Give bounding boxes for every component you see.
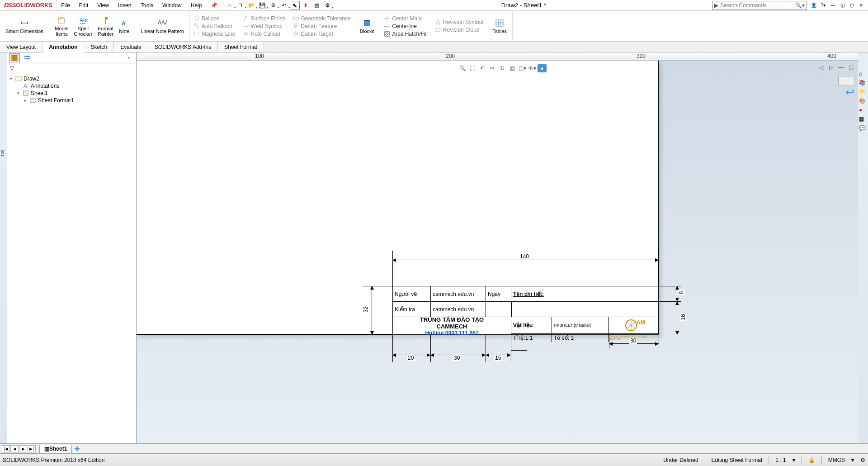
tab-sketch[interactable]: Sketch — [84, 42, 114, 52]
revision-symbol-button[interactable]: Revision Symbol — [433, 19, 485, 26]
select-icon[interactable]: ⬉▾ — [290, 1, 300, 10]
menu-edit[interactable]: Edit — [75, 0, 93, 10]
dim-140[interactable] — [392, 260, 659, 260]
search-input[interactable] — [720, 2, 793, 9]
tab-addins[interactable]: SOLIDWORKS Add-Ins — [148, 42, 218, 52]
add-sheet-icon[interactable]: ✚ — [72, 445, 83, 452]
zoom-area-icon[interactable]: ⛶ — [468, 64, 477, 72]
menu-file[interactable]: File — [57, 0, 74, 10]
pin-icon[interactable]: 📌 — [206, 0, 222, 10]
doc-max-icon[interactable]: ▢ — [846, 63, 855, 71]
tree-filter[interactable]: ▽ — [7, 63, 136, 73]
status-lock-icon[interactable]: 🔒 — [808, 457, 815, 463]
search-icon[interactable]: 🔍▾ — [793, 2, 807, 9]
hole-callout-button[interactable]: Hole Callout — [241, 30, 288, 38]
sheet1-tab[interactable]: ▥ Sheet1 — [39, 445, 72, 453]
prev-view-icon[interactable]: ↶ — [478, 64, 487, 72]
menu-window[interactable]: Window — [158, 0, 186, 10]
blocks-button[interactable]: Blocks — [357, 18, 377, 35]
tab-evaluate[interactable]: Evaluate — [114, 42, 148, 52]
smart-dimension-button[interactable]: Smart Dimension — [3, 18, 46, 35]
minimize-icon[interactable]: — — [829, 1, 837, 10]
tables-button[interactable]: Tables — [490, 18, 509, 35]
taskpane-forum-icon[interactable]: 💬 — [859, 125, 867, 133]
center-mark-button[interactable]: Center Mark — [382, 15, 429, 22]
status-ratio[interactable]: 1 : 1 — [775, 457, 786, 463]
new-icon[interactable]: 🗋▾ — [236, 1, 245, 10]
zoom-fit-icon[interactable]: 🔍 — [458, 64, 467, 72]
sheet-last-icon[interactable]: ▶| — [28, 445, 36, 452]
note-button[interactable]: ANote — [116, 18, 132, 35]
rebuild-icon[interactable]: ⬍ — [301, 1, 311, 10]
tree-sheet1[interactable]: ▾Sheet1 — [8, 90, 135, 97]
section-view-icon[interactable]: ✂ — [488, 64, 497, 72]
taskpane-globe-icon[interactable]: ● — [859, 107, 867, 115]
display-style-icon[interactable]: ▥ — [508, 64, 517, 72]
menu-view[interactable]: View — [93, 0, 113, 10]
tree-root[interactable]: ▾Draw2 — [8, 75, 135, 82]
restore-icon[interactable]: ◱ — [838, 1, 846, 10]
linear-note-pattern-button[interactable]: AAALinear Note Pattern — [138, 18, 186, 35]
menu-insert[interactable]: Insert — [113, 0, 136, 10]
menu-help[interactable]: Help — [186, 0, 207, 10]
dim-8[interactable] — [677, 286, 677, 301]
magnetic-line-button[interactable]: Magnetic Line — [192, 30, 237, 38]
area-hatch-button[interactable]: Area Hatch/Fill — [382, 30, 429, 38]
status-units[interactable]: MMGS — [828, 457, 845, 463]
eye-icon[interactable]: 👁▾ — [528, 64, 537, 72]
taskpane-prop-icon[interactable]: ▦ — [859, 116, 867, 124]
sheet-first-icon[interactable]: |◀ — [2, 445, 10, 452]
surface-finish-button[interactable]: Surface Finish — [241, 15, 288, 22]
doc-next-icon[interactable]: ▷ — [826, 63, 835, 71]
tab-annotation[interactable]: Annotation — [42, 42, 84, 52]
help-icon[interactable]: ?▾ — [819, 1, 827, 10]
status-dd1-icon[interactable]: ▾ — [793, 457, 795, 463]
back-arrow-icon[interactable]: ↩ — [845, 86, 854, 99]
options-icon[interactable]: ▦ — [311, 1, 321, 10]
taskpane-lib-icon[interactable]: 📚 — [859, 80, 867, 88]
balloon-button[interactable]: Balloon — [192, 15, 237, 22]
print-icon[interactable]: 🖶▾ — [268, 1, 278, 10]
tab-view-layout[interactable]: View Layout — [0, 42, 42, 52]
model-items-button[interactable]: Model Items — [52, 15, 71, 38]
menu-tools[interactable]: Tools — [136, 0, 158, 10]
drawing-canvas[interactable]: 🔍 ⛶ ↶ ✂ ↻ ▥ ▢▾ 👁▾ ● ◁ ▷ — ▢ ✕ Người vẽ — [137, 61, 868, 453]
centerline-button[interactable]: Centerline — [382, 23, 429, 30]
doc-min-icon[interactable]: — — [836, 63, 845, 71]
sheet-prev-icon[interactable]: ◀ — [10, 445, 19, 452]
home-icon[interactable]: ⌂▾ — [225, 1, 235, 10]
close-icon[interactable]: ✕ — [857, 1, 865, 10]
open-icon[interactable]: 📂▾ — [246, 1, 256, 10]
view-orientation-icon[interactable] — [838, 76, 854, 86]
format-painter-button[interactable]: Format Painter — [95, 15, 116, 38]
settings-icon[interactable]: ⚙▾ — [322, 1, 332, 10]
user-icon[interactable]: 👤 — [810, 1, 818, 10]
save-icon[interactable]: 💾▾ — [257, 1, 267, 10]
tree-sheet-format[interactable]: ▸Sheet Format1 — [8, 97, 135, 104]
feature-tree-tab-icon[interactable] — [9, 53, 20, 62]
taskpane-home-icon[interactable]: ⌂ — [859, 71, 867, 79]
taskpane-file-icon[interactable]: 📁 — [859, 89, 867, 97]
doc-prev-icon[interactable]: ◁ — [816, 63, 826, 71]
tree-annotations[interactable]: AAnnotations — [8, 82, 135, 90]
revision-cloud-button[interactable]: Revision Cloud — [433, 26, 485, 33]
rotate-icon[interactable]: ↻ — [498, 64, 507, 72]
taskpane-palette-icon[interactable]: 🎨 — [859, 98, 867, 106]
spell-checker-button[interactable]: AbcSpell Checker — [71, 15, 95, 38]
title-block[interactable]: Người vẽ cammech.edu.vn Ngày Tên chi tiế… — [392, 286, 659, 335]
dim-32[interactable] — [372, 286, 372, 335]
weld-symbol-button[interactable]: Weld Symbol — [241, 23, 288, 30]
search-commands[interactable]: ▶ 🔍▾ — [712, 1, 807, 10]
tab-sheet-format[interactable]: Sheet Format — [218, 42, 264, 52]
undo-icon[interactable]: ↶▾ — [279, 1, 289, 10]
datum-feature-button[interactable]: Datum Feature — [291, 23, 353, 30]
hide-show-icon[interactable]: ▢▾ — [518, 64, 527, 72]
status-dd2-icon[interactable]: ▾ — [851, 457, 854, 463]
status-cog-icon[interactable]: ⚙ — [860, 457, 865, 463]
geometric-tolerance-button[interactable]: Geometric Tolerance — [291, 15, 353, 22]
dim-16[interactable] — [677, 301, 677, 335]
property-tab-icon[interactable] — [22, 53, 33, 62]
sheet-next-icon[interactable]: ▶ — [19, 445, 27, 452]
maximize-icon[interactable]: ▢ — [848, 1, 856, 10]
appearance-icon[interactable]: ● — [538, 64, 547, 72]
